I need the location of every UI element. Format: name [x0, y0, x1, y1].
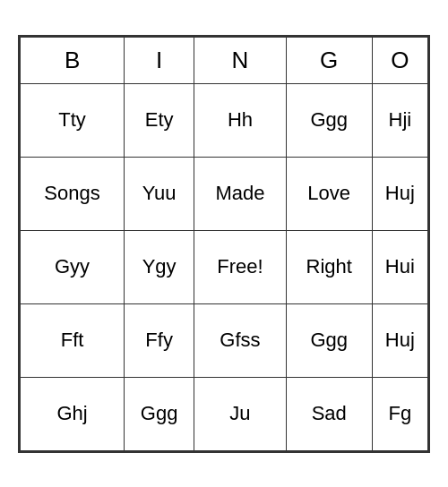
cell-0-1: Ety — [125, 83, 194, 157]
col-n: N — [194, 37, 287, 83]
col-g: G — [286, 37, 372, 83]
table-row: SongsYuuMadeLoveHuj — [21, 157, 428, 230]
header-row: B I N G O — [21, 37, 428, 83]
cell-4-3: Sad — [286, 377, 372, 450]
cell-1-2: Made — [194, 157, 287, 230]
cell-4-1: Ggg — [125, 377, 194, 450]
bingo-table: B I N G O TtyEtyHhGggHjiSongsYuuMadeLove… — [20, 37, 428, 451]
cell-3-1: Ffy — [125, 303, 194, 377]
cell-3-4: Huj — [372, 303, 427, 377]
cell-0-0: Tty — [21, 83, 125, 157]
cell-2-3: Right — [286, 230, 372, 303]
cell-1-3: Love — [286, 157, 372, 230]
table-row: TtyEtyHhGggHji — [21, 83, 428, 157]
cell-3-2: Gfss — [194, 303, 287, 377]
col-b: B — [21, 37, 125, 83]
table-row: GhjGggJuSadFg — [21, 377, 428, 450]
cell-1-1: Yuu — [125, 157, 194, 230]
cell-0-2: Hh — [194, 83, 287, 157]
table-row: FftFfyGfssGggHuj — [21, 303, 428, 377]
cell-2-2: Free! — [194, 230, 287, 303]
cell-2-4: Hui — [372, 230, 427, 303]
cell-1-0: Songs — [21, 157, 125, 230]
cell-0-3: Ggg — [286, 83, 372, 157]
col-o: O — [372, 37, 427, 83]
cell-4-0: Ghj — [21, 377, 125, 450]
col-i: I — [125, 37, 194, 83]
cell-0-4: Hji — [372, 83, 427, 157]
cell-3-0: Fft — [21, 303, 125, 377]
cell-3-3: Ggg — [286, 303, 372, 377]
bingo-card: B I N G O TtyEtyHhGggHjiSongsYuuMadeLove… — [18, 35, 430, 453]
cell-4-2: Ju — [194, 377, 287, 450]
cell-1-4: Huj — [372, 157, 427, 230]
table-row: GyyYgyFree!RightHui — [21, 230, 428, 303]
cell-2-0: Gyy — [21, 230, 125, 303]
cell-2-1: Ygy — [125, 230, 194, 303]
cell-4-4: Fg — [372, 377, 427, 450]
